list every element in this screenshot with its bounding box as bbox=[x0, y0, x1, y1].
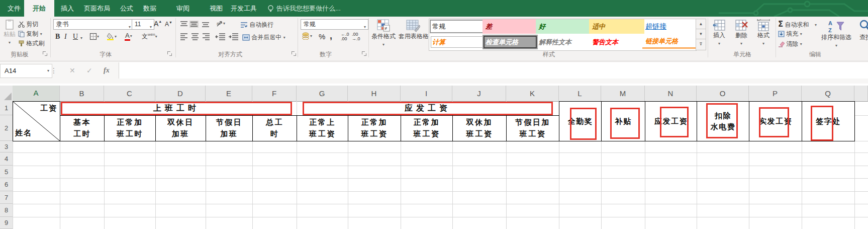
sub-header-cell-K2[interactable]: 节假日加 班工资 bbox=[506, 115, 559, 141]
number-format-combo[interactable]: 常规▾ bbox=[301, 19, 368, 30]
sort-filter-button[interactable]: A Z 排序和筛选▾ bbox=[818, 19, 854, 49]
conditional-formatting-button[interactable]: ≠ 条件格式▾ bbox=[370, 19, 397, 48]
tab-视图[interactable]: 视图 bbox=[205, 0, 227, 17]
row-header-8[interactable]: 8 bbox=[0, 204, 13, 217]
name-box[interactable]: A14 ▾ bbox=[0, 64, 52, 78]
cancel-entry-icon[interactable]: ✕ bbox=[69, 64, 75, 77]
column-header-D[interactable]: D bbox=[155, 86, 206, 102]
cell-style-hyperlink[interactable]: 超链接 bbox=[642, 19, 698, 34]
cell-style-normal[interactable]: 常规 bbox=[429, 19, 485, 34]
column-header-G[interactable]: G bbox=[297, 86, 348, 102]
column-header-K[interactable]: K bbox=[506, 86, 559, 102]
column-header-O[interactable]: O bbox=[697, 86, 749, 102]
sub-header-cell-J2[interactable]: 双休加 班工资 bbox=[452, 115, 507, 141]
cell-style-explanatory[interactable]: 解释性文本 bbox=[536, 35, 591, 49]
cell-style-neutral[interactable]: 适中 bbox=[589, 19, 644, 34]
tab-插入[interactable]: 插入 bbox=[56, 0, 78, 17]
column-header-I[interactable]: I bbox=[401, 86, 452, 102]
decrease-decimal-button[interactable]: .00→.0 bbox=[352, 32, 360, 41]
column-header-F[interactable]: F bbox=[252, 86, 297, 102]
row-header-5[interactable]: 5 bbox=[0, 166, 13, 178]
row-header-3[interactable]: 3 bbox=[0, 141, 13, 152]
insert-cells-button[interactable]: 插入▾ bbox=[710, 19, 729, 47]
sub-header-cell-E2[interactable]: 节假日 加班 bbox=[206, 115, 253, 141]
tab-文件[interactable]: 文件 bbox=[4, 0, 24, 17]
band-header-1[interactable]: 上班工时 bbox=[61, 102, 292, 115]
indent-icons[interactable] bbox=[215, 33, 239, 40]
sub-header-cell-D2[interactable]: 双休日 加班 bbox=[155, 115, 206, 141]
column-header-B[interactable]: B bbox=[60, 86, 104, 102]
row-header-4[interactable]: 4 bbox=[0, 152, 13, 166]
column-header-Q[interactable]: Q bbox=[802, 86, 854, 102]
column-header-P[interactable]: P bbox=[749, 86, 802, 102]
insert-function-icon[interactable]: fx bbox=[104, 64, 110, 77]
name-box-splitter[interactable]: ⋮ bbox=[50, 64, 57, 77]
phonetic-guide-button[interactable]: 文wén▾ bbox=[142, 32, 157, 41]
merge-center-button[interactable]: 合并后居中 ▾ bbox=[242, 33, 285, 42]
cell-style-linked[interactable]: 链接单元格 bbox=[642, 35, 698, 49]
column-header-J[interactable]: J bbox=[452, 86, 506, 102]
row-header-7[interactable]: 7 bbox=[0, 191, 13, 204]
bold-button[interactable]: B bbox=[55, 33, 60, 41]
sub-header-cell-B2[interactable]: 基本 工时 bbox=[60, 115, 105, 141]
clear-button[interactable]: 清除 ▾ bbox=[778, 40, 802, 48]
confirm-entry-icon[interactable]: ✓ bbox=[86, 64, 92, 77]
column-header-N[interactable]: N bbox=[645, 86, 697, 102]
cut-button[interactable]: 剪切 bbox=[18, 20, 38, 29]
cell-style-calc[interactable]: 计算 bbox=[429, 35, 485, 49]
sub-header-cell-C2[interactable]: 正常加 班工时 bbox=[104, 115, 156, 141]
tab-公式[interactable]: 公式 bbox=[116, 0, 138, 17]
format-painter-button[interactable]: 格式刷 bbox=[18, 39, 44, 48]
italic-button[interactable]: I bbox=[64, 33, 67, 41]
font-size-combo[interactable]: 11▾ bbox=[132, 19, 154, 30]
gallery-more[interactable]: ⊽ bbox=[696, 39, 706, 50]
orientation-button[interactable]: ab ▾ bbox=[216, 20, 225, 27]
find-select-button[interactable]: 查找 bbox=[855, 19, 868, 42]
cell-style-warning[interactable]: 警告文本 bbox=[589, 35, 644, 49]
column-header-M[interactable]: M bbox=[601, 86, 645, 102]
tab-开始[interactable]: 开始 bbox=[24, 0, 54, 17]
column-header-L[interactable]: L bbox=[559, 86, 601, 102]
row-header-9[interactable]: 9 bbox=[0, 217, 13, 229]
sub-header-cell-I2[interactable]: 正常加 班工资 bbox=[401, 115, 453, 141]
wrap-text-button[interactable]: 自动换行 bbox=[240, 21, 273, 29]
tab-页面布局[interactable]: 页面布局 bbox=[79, 0, 115, 17]
underline-dropdown[interactable]: ▾ bbox=[80, 34, 82, 41]
tab-审阅[interactable]: 审阅 bbox=[172, 0, 194, 17]
formula-input[interactable] bbox=[119, 62, 868, 79]
font-name-combo[interactable]: 隶书▾ bbox=[53, 19, 133, 30]
cell-style-bad[interactable]: 差 bbox=[483, 19, 538, 34]
row-header-1[interactable]: 1 bbox=[0, 101, 13, 115]
format-cells-button[interactable]: 格式▾ bbox=[754, 19, 773, 47]
column-header-H[interactable]: H bbox=[348, 86, 401, 102]
font-color-button[interactable]: A▾ bbox=[125, 32, 132, 39]
tab-数据[interactable]: 数据 bbox=[139, 0, 161, 17]
fill-color-button[interactable]: ▾ bbox=[107, 32, 117, 40]
format-as-table-button[interactable]: 套用表格格式▾ bbox=[399, 19, 428, 41]
number-dialog-launcher[interactable] bbox=[362, 51, 367, 56]
column-header-E[interactable]: E bbox=[206, 86, 252, 102]
paste-button[interactable]: 粘贴▾ bbox=[2, 19, 17, 46]
sub-header-cell-F2[interactable]: 总工 时 bbox=[252, 115, 297, 141]
sub-header-cell-G2[interactable]: 正常上 班工资 bbox=[297, 115, 348, 141]
increase-font-button[interactable]: A▲ bbox=[154, 20, 162, 28]
fill-button[interactable]: 填充 ▾ bbox=[778, 30, 802, 38]
decrease-font-button[interactable]: A▼ bbox=[165, 21, 172, 28]
copy-button[interactable]: 复制 ▾ bbox=[18, 30, 42, 38]
clipboard-dialog-launcher[interactable] bbox=[43, 51, 48, 56]
accounting-format-button[interactable]: ▾ bbox=[302, 32, 312, 40]
borders-button[interactable]: ▾ bbox=[89, 33, 99, 40]
vertical-align-icons[interactable] bbox=[180, 21, 211, 28]
sub-header-cell-H2[interactable]: 正常加 班工资 bbox=[348, 115, 401, 141]
autosum-button[interactable]: Σ 自动求和 ▾ bbox=[778, 20, 817, 29]
select-all-corner[interactable] bbox=[0, 86, 13, 102]
cell-A1-corner[interactable]: 工资姓名 bbox=[13, 101, 60, 141]
increase-decimal-button[interactable]: ←.0.00 bbox=[341, 32, 349, 41]
percent-style-button[interactable]: % bbox=[319, 32, 325, 41]
alignment-dialog-launcher[interactable] bbox=[292, 51, 297, 56]
delete-cells-button[interactable]: 删除▾ bbox=[732, 19, 751, 47]
band-header-2[interactable]: 应发工资 bbox=[303, 102, 553, 115]
horizontal-align-icons[interactable] bbox=[180, 33, 211, 40]
row-header-2[interactable]: 2 bbox=[0, 115, 13, 141]
column-header-A[interactable]: A bbox=[13, 86, 60, 102]
